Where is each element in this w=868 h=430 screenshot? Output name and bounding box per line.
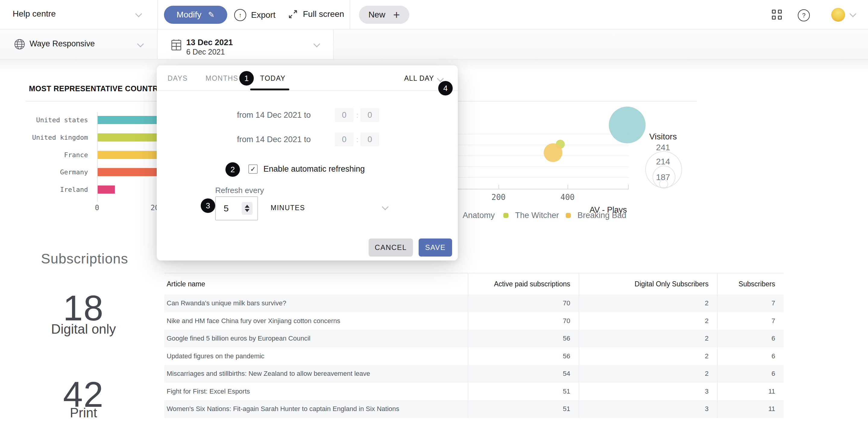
digital-only-cell: 3 xyxy=(579,383,717,400)
time-separator: : xyxy=(356,135,358,144)
legend-item-breaking-bad[interactable]: Breaking Bad xyxy=(566,211,626,220)
filter-bar: Waye Responsive xyxy=(0,30,868,60)
divider xyxy=(157,0,158,29)
globe-icon xyxy=(14,38,25,50)
legend-swatch xyxy=(503,213,508,218)
subscribers-cell: 11 xyxy=(717,400,784,418)
date-range-selector[interactable]: 13 Dec 2021 6 Dec 2021 xyxy=(157,30,334,59)
hour-input-2[interactable]: 0 xyxy=(335,132,353,146)
chevron-down-icon[interactable] xyxy=(382,204,389,210)
article-name-cell: Miscarriages and stillbirths: New Zealan… xyxy=(164,370,468,377)
country-label: Ireland xyxy=(12,186,88,194)
annotation-badge-3: 3 xyxy=(201,198,215,213)
annotation-badge-4: 4 xyxy=(438,81,453,95)
minute-input-2[interactable]: 0 xyxy=(361,132,379,146)
x-tick-200: 200 xyxy=(484,193,514,202)
table-row: Fight for First: Excel Esports51311 xyxy=(164,383,784,400)
articles-table: Article name Active paid subscriptions D… xyxy=(164,273,784,418)
modify-label: Modify xyxy=(177,10,201,20)
table-header-row: Article name Active paid subscriptions D… xyxy=(164,273,784,295)
site-selector[interactable]: Waye Responsive xyxy=(30,39,95,48)
from-to-label-1: from 14 Dec 2021 to xyxy=(220,110,311,120)
stepper-down-icon[interactable] xyxy=(245,209,250,212)
subscribers-cell: 6 xyxy=(717,330,784,348)
pencil-icon: ✎ xyxy=(208,10,215,20)
digital-only-cell: 2 xyxy=(579,365,717,383)
date-primary: 13 Dec 2021 xyxy=(186,38,233,47)
number-stepper[interactable] xyxy=(242,202,253,215)
subscribers-cell: 6 xyxy=(717,365,784,383)
x-tick-400: 400 xyxy=(553,193,583,202)
active-paid-cell: 70 xyxy=(468,312,579,330)
col-header-active-paid: Active paid subscriptions xyxy=(468,273,579,295)
tab-today[interactable]: TODAY xyxy=(260,74,286,82)
country-label: United kingdom xyxy=(12,133,88,142)
article-name-cell: Fight for First: Excel Esports xyxy=(164,388,468,395)
from-to-label-2: from 14 Dec 2021 to xyxy=(220,135,311,144)
size-legend-title: Visitors xyxy=(639,132,687,141)
table-row: Miscarriages and stillbirths: New Zealan… xyxy=(164,365,784,383)
chevron-down-icon[interactable] xyxy=(849,10,857,18)
fullscreen-icon xyxy=(288,9,298,19)
active-paid-cell: 51 xyxy=(468,383,579,400)
new-button[interactable]: New + xyxy=(359,6,409,24)
table-row: Google fined 5 billion euros by European… xyxy=(164,330,784,348)
bubble-chart-axis xyxy=(431,189,629,189)
full-screen-button[interactable]: Full screen xyxy=(288,9,344,19)
minute-input-1[interactable]: 0 xyxy=(361,108,379,122)
stepper-up-icon[interactable] xyxy=(245,205,250,208)
table-row: Nike and HM face China fury over Xinjian… xyxy=(164,312,784,330)
site-name: Waye Responsive xyxy=(30,39,95,48)
digital-only-label: Digital only xyxy=(29,322,138,337)
calendar-icon xyxy=(171,39,181,51)
gridline xyxy=(431,156,629,156)
chevron-down-icon[interactable] xyxy=(437,75,444,82)
avatar[interactable] xyxy=(831,8,845,22)
legend-label: Breaking Bad xyxy=(578,211,626,220)
gridline xyxy=(431,177,629,178)
chevron-down-icon[interactable] xyxy=(313,41,320,47)
axis-tick xyxy=(567,185,568,189)
save-button[interactable]: SAVE xyxy=(418,238,452,257)
cancel-button[interactable]: CANCEL xyxy=(369,238,413,257)
active-paid-cell: 54 xyxy=(468,365,579,383)
refresh-unit-select[interactable]: MINUTES xyxy=(271,204,305,212)
chevron-down-icon[interactable] xyxy=(135,10,142,18)
country-label: Germany xyxy=(12,168,88,176)
legend-label: The Witcher xyxy=(515,211,559,220)
time-separator: : xyxy=(356,111,358,120)
digital-only-cell: 2 xyxy=(579,348,717,365)
hour-input-1[interactable]: 0 xyxy=(335,108,353,122)
help-centre-menu[interactable]: Help centre xyxy=(13,9,56,19)
size-legend-value: 187 xyxy=(639,172,687,182)
chevron-down-icon[interactable] xyxy=(137,41,144,47)
article-name-cell: Can Rwanda's unique milk bars survive? xyxy=(164,299,468,307)
legend-item-the-witcher[interactable]: The Witcher xyxy=(503,211,559,220)
tab-days[interactable]: DAYS xyxy=(167,74,188,82)
subscribers-cell: 7 xyxy=(717,312,784,330)
axis-tick xyxy=(628,185,629,189)
all-day-select[interactable]: ALL DAY xyxy=(404,74,434,82)
help-icon[interactable]: ? xyxy=(798,9,810,21)
article-name-cell: Nike and HM face China fury over Xinjian… xyxy=(164,317,468,325)
apps-grid-icon[interactable] xyxy=(772,10,782,20)
digital-only-cell: 2 xyxy=(579,295,717,312)
active-paid-cell: 56 xyxy=(468,348,579,365)
size-legend-value: 241 xyxy=(639,143,687,152)
divider xyxy=(157,90,458,91)
article-name-cell: Updated figures on the pandemic xyxy=(164,352,468,360)
table-row: Women's Six Nations: Fit-again Sarah Hun… xyxy=(164,400,784,418)
print-label: Print xyxy=(29,405,138,420)
export-button[interactable]: ↑ Export xyxy=(234,9,276,21)
article-name-cell: Google fined 5 billion euros by European… xyxy=(164,335,468,342)
axis-tick xyxy=(498,185,499,189)
legend-swatch xyxy=(566,213,571,218)
country-label: United states xyxy=(12,116,88,124)
active-paid-cell: 70 xyxy=(468,295,579,312)
modify-button[interactable]: Modify ✎ xyxy=(164,6,227,24)
subscribers-cell: 11 xyxy=(717,383,784,400)
auto-refresh-checkbox[interactable]: ✓ xyxy=(248,164,258,174)
col-header-digital-only: Digital Only Subscribers xyxy=(579,273,717,295)
tab-months[interactable]: MONTHS xyxy=(206,74,239,82)
subscriptions-title: Subscriptions xyxy=(41,251,128,267)
